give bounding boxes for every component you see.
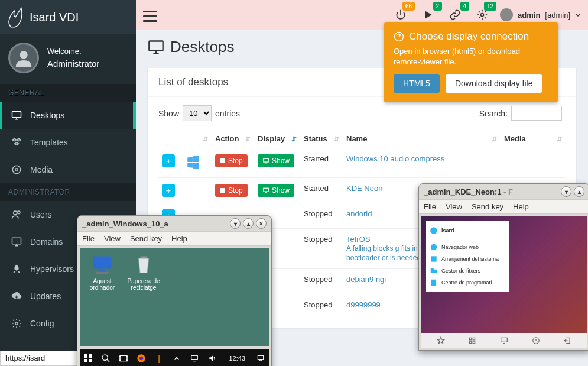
maximize-button[interactable]: ▴ xyxy=(574,186,584,197)
brand-text: Isard VDI xyxy=(30,11,79,24)
name-link[interactable]: andorid xyxy=(346,209,372,218)
download-display-file-button[interactable]: Download display file xyxy=(446,74,542,93)
user-menu[interactable]: admin [admin] xyxy=(500,8,581,21)
close-button[interactable]: × xyxy=(256,218,267,229)
desktop-icon-recyclebin[interactable]: Paperera de reciclatge xyxy=(125,254,163,291)
firefox-icon[interactable] xyxy=(135,352,147,364)
power-icon[interactable]: 66 xyxy=(395,9,407,21)
svg-point-0 xyxy=(20,51,27,59)
sidebar-item-desktops[interactable]: Desktops xyxy=(0,102,136,129)
menu-sendkey[interactable]: Send key xyxy=(472,202,503,211)
status-cell: Stopped xyxy=(300,203,343,229)
kde-computer-icon[interactable] xyxy=(500,336,508,345)
expand-button[interactable]: + xyxy=(162,184,175,197)
svg-rect-12 xyxy=(220,188,225,193)
status-cell: Started xyxy=(300,148,343,178)
circle-icon xyxy=(10,164,23,175)
svg-rect-39 xyxy=(501,338,508,342)
sidebar-item-templates[interactable]: Templates xyxy=(0,129,136,156)
show-button[interactable]: Show xyxy=(258,184,294,197)
vm-screen[interactable]: isard Navegador web Arranjament del sist… xyxy=(421,216,587,348)
titlebar[interactable]: _admin_KDE_Neon:1 - F ▾ ▴ xyxy=(419,184,588,199)
sidebar-item-label: Domains xyxy=(30,237,63,247)
minimize-button[interactable]: ▾ xyxy=(230,218,241,229)
kde-history-icon[interactable] xyxy=(532,336,540,345)
desktop-icon xyxy=(10,110,23,121)
search-label: Search: xyxy=(479,109,508,118)
sidebar-item-media[interactable]: Media xyxy=(0,156,136,183)
name-link[interactable]: debian9 ngi xyxy=(346,275,386,284)
name-link[interactable]: TetrOS xyxy=(346,235,370,244)
rocket-icon xyxy=(10,264,23,274)
name-link[interactable]: d9999999 xyxy=(346,300,381,309)
menu-help[interactable]: Help xyxy=(513,202,529,211)
vm-screen[interactable]: Aquest ordinador Paperera de reciclatge xyxy=(80,248,269,346)
menu-file[interactable]: File xyxy=(424,202,436,211)
start-icon[interactable] xyxy=(82,352,94,364)
user-role: [admin] xyxy=(545,11,570,20)
menu-help[interactable]: Help xyxy=(171,234,187,243)
kde-star-icon[interactable] xyxy=(437,336,445,345)
stop-button[interactable]: Stop xyxy=(215,184,248,197)
sidebar-item-label: Config xyxy=(30,319,54,328)
search-icon[interactable] xyxy=(100,352,112,364)
tray-notifications-icon[interactable] xyxy=(255,352,267,364)
kde-leave-icon[interactable] xyxy=(563,336,571,345)
panel-item[interactable]: Arranjament del sistema xyxy=(430,253,505,265)
menu-view[interactable]: View xyxy=(446,202,462,211)
expand-button[interactable]: + xyxy=(162,154,175,167)
svg-rect-19 xyxy=(84,354,87,358)
remote-viewer-window-windows10[interactable]: _admin_Windows_10_a ▾ ▴ × File View Send… xyxy=(77,215,272,366)
separator-icon: | xyxy=(153,352,165,364)
windows-taskbar[interactable]: | 12:43 xyxy=(80,349,269,366)
col-name[interactable]: Name xyxy=(346,134,367,143)
menu-file[interactable]: File xyxy=(82,234,95,243)
menu-toggle-button[interactable] xyxy=(143,8,157,22)
col-action[interactable]: Action xyxy=(215,134,239,143)
tray-volume-icon[interactable] xyxy=(206,352,218,364)
name-link[interactable]: Windows 10 audio compress xyxy=(346,154,444,163)
html5-button[interactable]: HTML5 xyxy=(394,74,440,93)
menu-sendkey[interactable]: Send key xyxy=(130,234,162,243)
kde-start-panel[interactable]: isard Navegador web Arranjament del sist… xyxy=(426,221,509,292)
col-status[interactable]: Status xyxy=(304,134,327,143)
tray-monitor-icon[interactable] xyxy=(189,352,200,364)
svg-rect-34 xyxy=(431,280,436,286)
svg-rect-21 xyxy=(84,359,87,362)
search-input[interactable] xyxy=(511,106,562,121)
gear-icon[interactable]: 12 xyxy=(476,9,488,21)
status-cell: Started xyxy=(300,178,343,203)
col-media[interactable]: Media xyxy=(504,134,526,143)
badge: 66 xyxy=(402,2,415,11)
col-display[interactable]: Display xyxy=(258,134,285,143)
page-size-select[interactable]: 10 xyxy=(183,105,212,121)
minimize-button[interactable]: ▾ xyxy=(561,186,571,197)
play-icon[interactable]: 2 xyxy=(422,9,434,21)
svg-rect-17 xyxy=(96,272,109,274)
tray-up-icon[interactable] xyxy=(171,352,183,364)
kde-taskbar[interactable] xyxy=(421,333,587,348)
svg-point-2 xyxy=(12,166,21,174)
avatar-icon xyxy=(500,8,513,21)
remote-viewer-window-kde[interactable]: _admin_KDE_Neon:1 - F ▾ ▴ File View Send… xyxy=(418,183,588,351)
show-button[interactable]: Show xyxy=(258,154,294,167)
svg-point-8 xyxy=(481,14,484,17)
name-link[interactable]: KDE Neon xyxy=(346,184,382,193)
menu-view[interactable]: View xyxy=(104,234,121,243)
svg-rect-10 xyxy=(220,158,225,163)
maximize-button[interactable]: ▴ xyxy=(243,218,254,229)
desktop-icon-pc[interactable]: Aquest ordinador xyxy=(83,254,121,291)
stop-button[interactable]: Stop xyxy=(215,154,248,167)
panel-item[interactable]: Centre de programari xyxy=(430,277,505,289)
kde-apps-icon[interactable] xyxy=(468,336,476,345)
svg-rect-33 xyxy=(431,256,436,261)
link-icon[interactable]: 4 xyxy=(449,9,461,21)
display-connection-popover: Choose display connection Open in browse… xyxy=(384,22,558,102)
show-suffix: entries xyxy=(215,109,240,118)
panel-item[interactable]: Gestor de fitxers xyxy=(430,265,505,277)
svg-point-3 xyxy=(15,169,18,171)
titlebar[interactable]: _admin_Windows_10_a ▾ ▴ × xyxy=(77,216,271,231)
svg-point-28 xyxy=(139,357,144,361)
taskview-icon[interactable] xyxy=(118,352,129,364)
panel-item[interactable]: Navegador web xyxy=(430,241,505,253)
